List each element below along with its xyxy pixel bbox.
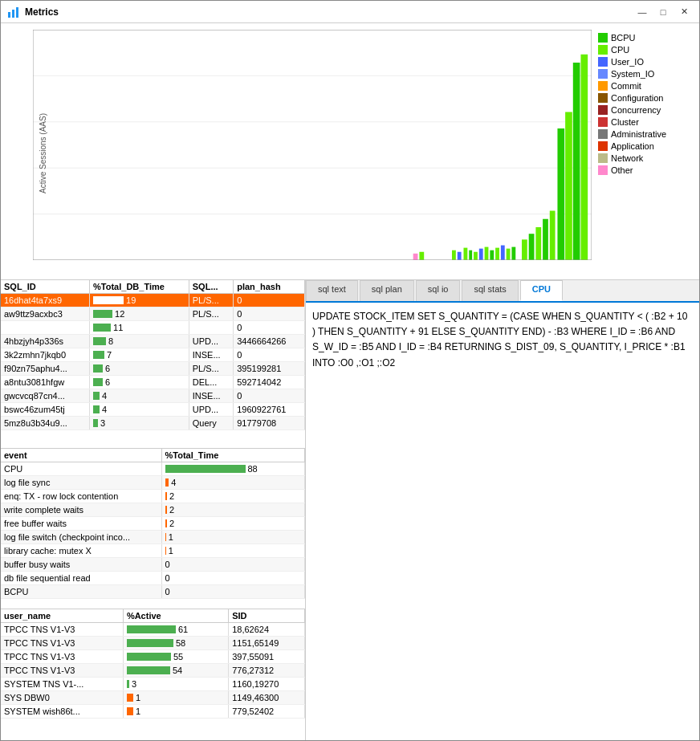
main-window: Metrics — □ ✕ Active Sessions (AAS) xyxy=(0,0,700,741)
svg-rect-0 xyxy=(8,12,10,18)
svg-rect-36 xyxy=(580,55,588,260)
svg-rect-20 xyxy=(474,252,478,260)
tab-sql-stats[interactable]: sql stats xyxy=(462,280,518,301)
concurrency-label: Concurrency xyxy=(611,105,661,115)
sql-table-row[interactable]: 4hbzjyh4p336s 8 UPD... 3446664266 xyxy=(1,335,305,348)
event-table-row[interactable]: library cache: mutex X 1 xyxy=(1,544,305,558)
sid-cell: 397,55091 xyxy=(229,650,305,664)
sql-table-row[interactable]: 3k2zmhn7jkqb0 7 INSE... 0 xyxy=(1,348,305,362)
event-name-cell: free buffer waits xyxy=(1,517,161,531)
event-pct-cell: 1 xyxy=(161,531,305,544)
sql-id-cell xyxy=(1,321,90,335)
svg-rect-34 xyxy=(565,112,572,261)
event-table-row[interactable]: write complete waits 2 xyxy=(1,503,305,517)
sql-type-cell: PL/S... xyxy=(189,307,233,321)
event-table-row[interactable]: log file switch (checkpoint inco... 1 xyxy=(1,531,305,544)
sql-table-row[interactable]: bswc46zum45tj 4 UPD... 1960922761 xyxy=(1,403,305,417)
main-content: Active Sessions (AAS) 0 2 4 6 8 xyxy=(1,23,699,740)
svg-rect-22 xyxy=(485,247,489,260)
sql-table-row[interactable]: f90zn75aphu4... 6 PL/S... 395199281 xyxy=(1,362,305,376)
sid-cell: 776,27312 xyxy=(229,664,305,678)
tab-cpu[interactable]: CPU xyxy=(520,280,563,301)
svg-rect-2 xyxy=(16,7,18,18)
user-name-cell: SYS DBW0 xyxy=(1,691,123,705)
pct-cell: 12 xyxy=(90,307,189,321)
svg-rect-35 xyxy=(573,63,580,260)
user-name-cell: TPCC TNS V1-V3 xyxy=(1,664,123,678)
user-table-row[interactable]: TPCC TNS V1-V3 61 18,62624 xyxy=(1,623,305,637)
sql-id-cell: 16dhat4ta7xs9 xyxy=(1,294,90,307)
event-table-row[interactable]: CPU 88 xyxy=(1,462,305,476)
event-name-cell: write complete waits xyxy=(1,503,161,517)
event-pct-cell: 1 xyxy=(161,544,305,558)
user-table-row[interactable]: TPCC TNS V1-V3 58 1151,65149 xyxy=(1,637,305,650)
sql-table-row[interactable]: 11 0 xyxy=(1,321,305,335)
chart-legend: BCPU CPU User_IO System_IO Commit xyxy=(595,26,699,279)
sql-table-panel[interactable]: SQL_ID %Total_DB_Time SQL... plan_hash 1… xyxy=(1,280,305,449)
pct-cell: 4 xyxy=(90,403,189,417)
tab-sql-io[interactable]: sql io xyxy=(416,280,461,301)
svg-rect-23 xyxy=(490,250,494,260)
admin-color xyxy=(598,129,608,139)
cluster-color xyxy=(598,117,608,127)
sql-type-cell: PL/S... xyxy=(189,294,233,307)
svg-rect-24 xyxy=(495,248,499,260)
sql-table-row[interactable]: 16dhat4ta7xs9 19 PL/S... 0 xyxy=(1,294,305,307)
cpu-color xyxy=(598,45,608,55)
legend-systemio: System_IO xyxy=(598,69,696,79)
svg-rect-14 xyxy=(413,254,418,260)
event-pct-cell: 4 xyxy=(161,476,305,490)
event-name-cell: enq: TX - row lock contention xyxy=(1,490,161,503)
user-table-panel[interactable]: user_name %Active SID TPCC TNS V1-V3 61 … xyxy=(1,609,305,740)
svg-rect-26 xyxy=(507,249,511,260)
tab-sql-text[interactable]: sql text xyxy=(306,280,358,301)
user-pct-cell: 58 xyxy=(123,637,228,650)
sql-id-cell: gwcvcq87cn4... xyxy=(1,389,90,403)
pct-active-header: %Active xyxy=(123,609,228,623)
sql-id-cell: a8ntu3081hfgw xyxy=(1,376,90,389)
sql-table-row[interactable]: aw9ttz9acxbc3 12 PL/S... 0 xyxy=(1,307,305,321)
network-label: Network xyxy=(611,153,643,163)
app-label: Application xyxy=(611,141,654,151)
bottom-area: SQL_ID %Total_DB_Time SQL... plan_hash 1… xyxy=(1,280,699,740)
sql-table-row[interactable]: gwcvcq87cn4... 4 INSE... 0 xyxy=(1,389,305,403)
app-color xyxy=(598,141,608,151)
maximize-button[interactable]: □ xyxy=(654,4,672,20)
user-table-row[interactable]: TPCC TNS V1-V3 54 776,27312 xyxy=(1,664,305,678)
event-table-row[interactable]: buffer busy waits 0 xyxy=(1,558,305,572)
event-pct-cell: 2 xyxy=(161,490,305,503)
bcpu-label: BCPU xyxy=(611,33,636,43)
user-table-row[interactable]: TPCC TNS V1-V3 55 397,55091 xyxy=(1,650,305,664)
systemio-color xyxy=(598,69,608,79)
tab-sql-plan[interactable]: sql plan xyxy=(360,280,414,301)
plan-hash-cell: 592714042 xyxy=(234,376,305,389)
user-table-row[interactable]: SYSTEM wish86t... 1 779,52402 xyxy=(1,705,305,719)
user-table-row[interactable]: SYS DBW0 1 1149,46300 xyxy=(1,691,305,705)
legend-userio: User_IO xyxy=(598,57,696,67)
svg-rect-16 xyxy=(452,250,456,260)
event-name-cell: BCPU xyxy=(1,585,161,599)
event-table-row[interactable]: db file sequential read 0 xyxy=(1,572,305,585)
plan-hash-cell: 395199281 xyxy=(234,362,305,376)
user-table-row[interactable]: SYSTEM TNS V1-... 3 1160,19270 xyxy=(1,678,305,691)
sql-table: SQL_ID %Total_DB_Time SQL... plan_hash 1… xyxy=(1,280,305,430)
event-table-row[interactable]: log file sync 4 xyxy=(1,476,305,490)
svg-rect-31 xyxy=(543,219,548,260)
sql-type-cell: Query xyxy=(189,417,233,430)
close-button[interactable]: ✕ xyxy=(675,4,693,20)
event-table-panel[interactable]: event %Total_Time CPU 88 log file sync 4 xyxy=(1,449,305,609)
svg-rect-28 xyxy=(522,239,527,260)
event-table-row[interactable]: enq: TX - row lock contention 2 xyxy=(1,490,305,503)
event-table-row[interactable]: BCPU 0 xyxy=(1,585,305,599)
sql-table-row[interactable]: a8ntu3081hfgw 6 DEL... 592714042 xyxy=(1,376,305,389)
sql-text-content: UPDATE STOCK_ITEM SET S_QUANTITY = (CASE… xyxy=(312,311,687,368)
sql-table-row[interactable]: 5mz8u3b34u9... 3 Query 91779708 xyxy=(1,417,305,430)
user-pct-cell: 55 xyxy=(123,650,228,664)
legend-cluster: Cluster xyxy=(598,117,696,127)
svg-rect-15 xyxy=(419,252,424,260)
chart-container: Active Sessions (AAS) 0 2 4 6 8 xyxy=(1,26,595,279)
sql-id-cell: f90zn75aphu4... xyxy=(1,362,90,376)
event-table-row[interactable]: free buffer waits 2 xyxy=(1,517,305,531)
minimize-button[interactable]: — xyxy=(633,4,651,20)
svg-rect-19 xyxy=(469,250,472,260)
